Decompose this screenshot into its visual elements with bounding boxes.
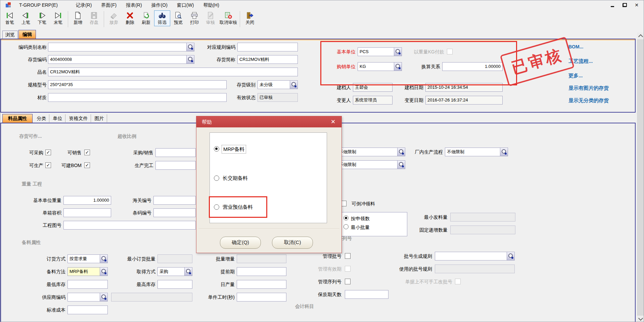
max-stock-field[interactable] — [157, 280, 192, 289]
lookup-icon[interactable] — [184, 268, 192, 276]
delete-button[interactable]: 删除 — [122, 10, 138, 26]
prev-record-button[interactable]: 上笔 — [18, 10, 34, 26]
lead-time-field[interactable] — [237, 267, 286, 276]
customs-code-field[interactable] — [153, 196, 196, 205]
min-batch-radio[interactable] — [343, 224, 349, 229]
lookup-icon[interactable] — [100, 293, 107, 301]
lookup-icon[interactable] — [394, 63, 402, 71]
conversion-field[interactable]: 1.00000 — [442, 62, 503, 71]
lookup-icon[interactable] — [100, 268, 107, 276]
menu-interface[interactable]: 界面(F) — [96, 0, 121, 10]
item-level-field[interactable]: 未分级 — [258, 80, 298, 89]
can-build-bom-checkbox[interactable] — [84, 162, 90, 168]
min-stock-field[interactable] — [67, 280, 108, 289]
barcode-field[interactable] — [153, 208, 196, 217]
prep-method-field[interactable]: MRP备料 — [67, 267, 108, 276]
base-weight-field[interactable]: 1.00000 — [63, 196, 111, 205]
supplier-code-field[interactable] — [67, 293, 108, 301]
first-record-button[interactable]: 首笔 — [2, 10, 18, 26]
add-button[interactable]: 新增 — [70, 10, 86, 26]
option-sales-forecast-label[interactable]: 营业预估备料 — [223, 203, 253, 211]
print-button[interactable]: 打印 — [186, 10, 202, 26]
menu-report[interactable]: 报表(R) — [121, 0, 146, 10]
link-bom[interactable]: BOM... — [568, 44, 583, 49]
tab-edit[interactable]: 编辑 — [18, 30, 36, 39]
lookup-icon[interactable] — [397, 161, 405, 169]
menu-app-title[interactable]: T-GROUP ERP(E) — [14, 0, 62, 10]
unit-time-field[interactable] — [237, 293, 286, 301]
over-production-field[interactable] — [155, 161, 196, 170]
tab-classification[interactable]: 分类 — [34, 114, 49, 122]
link-show-unclassified-items[interactable]: 显示无分类的存货 — [568, 97, 609, 104]
box-volume-field[interactable] — [63, 208, 111, 217]
refresh-button[interactable]: 刷新 — [138, 10, 154, 26]
filter-button[interactable]: 筛选 — [154, 10, 170, 26]
tab-qualification-files[interactable]: 资格文件 — [66, 114, 91, 122]
ok-button[interactable]: 确定(Q) — [220, 237, 261, 249]
sellable-checkbox[interactable] — [84, 150, 90, 155]
help-dialog-titlebar[interactable]: 帮助 — [196, 116, 341, 127]
item-code-field[interactable]: 400400008 — [48, 55, 194, 64]
dialog-close-icon[interactable]: ✕ — [329, 116, 337, 127]
menu-operation[interactable]: 操作(O) — [147, 0, 172, 10]
lookup-icon[interactable] — [500, 148, 508, 156]
code-class-field[interactable] — [48, 43, 194, 51]
option-mrp-radio[interactable] — [214, 146, 219, 152]
producible-checkbox[interactable] — [45, 162, 51, 168]
daily-output-field[interactable] — [237, 280, 286, 289]
manage-batch-checkbox[interactable] — [345, 253, 351, 259]
scroll-down-button[interactable] — [637, 316, 644, 322]
by-request-radio[interactable] — [343, 215, 349, 220]
audit-button[interactable]: 审核 — [202, 10, 219, 26]
scroll-up-button[interactable] — [637, 33, 644, 39]
lookup-icon[interactable] — [186, 55, 194, 64]
limit-dropdown-1[interactable]: 不做限制 — [337, 148, 405, 156]
link-show-items-with-images[interactable]: 显示有图片的存货 — [568, 85, 609, 91]
next-record-button[interactable]: 下笔 — [34, 10, 50, 26]
option-mrp-label[interactable]: MRP备料 — [222, 145, 246, 153]
base-unit-field[interactable]: PCS — [358, 47, 402, 56]
menu-help[interactable]: 帮助(H) — [198, 0, 224, 10]
order-mode-field[interactable]: 按需求量 — [67, 254, 108, 263]
factory-flow-field[interactable]: 不做限制 — [445, 148, 508, 156]
option-long-lead-radio[interactable] — [214, 175, 219, 181]
over-purchase-sale-field[interactable] — [155, 148, 196, 157]
tab-images[interactable]: 图片 — [92, 114, 107, 122]
lookup-icon[interactable] — [507, 252, 514, 260]
rule-code-field[interactable] — [237, 43, 298, 51]
trade-unit-field[interactable]: KG — [358, 62, 402, 71]
lookup-icon[interactable] — [290, 81, 297, 89]
preview-button[interactable]: 预览 — [170, 10, 186, 26]
limit-dropdown-2[interactable]: 不做限制 — [337, 160, 405, 169]
vertical-scrollbar[interactable] — [637, 33, 644, 322]
shelf-days-field[interactable] — [345, 290, 388, 299]
lookup-icon[interactable] — [100, 255, 107, 263]
drawing-no-field[interactable] — [63, 221, 196, 230]
lookup-icon[interactable] — [397, 148, 405, 156]
acquire-mode-field[interactable]: 采购 — [157, 267, 192, 276]
material-field[interactable] — [48, 93, 227, 102]
manage-serial-checkbox[interactable] — [345, 279, 351, 284]
save-button[interactable]: 存盘 — [86, 10, 102, 26]
cancel-button[interactable]: 取消(C) — [272, 237, 313, 249]
option-sales-forecast-radio[interactable] — [214, 204, 219, 210]
item-abbr-field[interactable]: CR12MOV精料 — [237, 55, 298, 64]
close-button[interactable]: ✕ — [633, 1, 640, 9]
restore-button[interactable] — [621, 1, 628, 9]
tab-item-attributes[interactable]: 料品属性 — [2, 114, 33, 123]
tab-browse[interactable]: 浏览 — [2, 31, 18, 39]
link-more[interactable]: 更多... — [568, 73, 583, 79]
cancel-audit-button[interactable]: 取消审核 — [219, 10, 238, 26]
close-form-button[interactable]: 关闭 — [242, 10, 258, 26]
lookup-icon[interactable] — [394, 48, 402, 56]
purchasable-checkbox[interactable] — [45, 150, 51, 155]
menu-window[interactable]: 窗口(W) — [172, 0, 199, 10]
menu-record[interactable]: 记录(R) — [71, 0, 96, 10]
discard-button[interactable]: 放弃 — [106, 10, 122, 26]
tab-units[interactable]: 单位 — [50, 114, 65, 122]
option-long-lead-label[interactable]: 长交期备料 — [223, 174, 248, 182]
spec-field[interactable]: 250*240*35 — [48, 80, 227, 89]
lookup-icon[interactable] — [186, 43, 194, 51]
batch-rule-field[interactable] — [435, 252, 515, 260]
last-record-button[interactable]: 末笔 — [50, 10, 66, 26]
